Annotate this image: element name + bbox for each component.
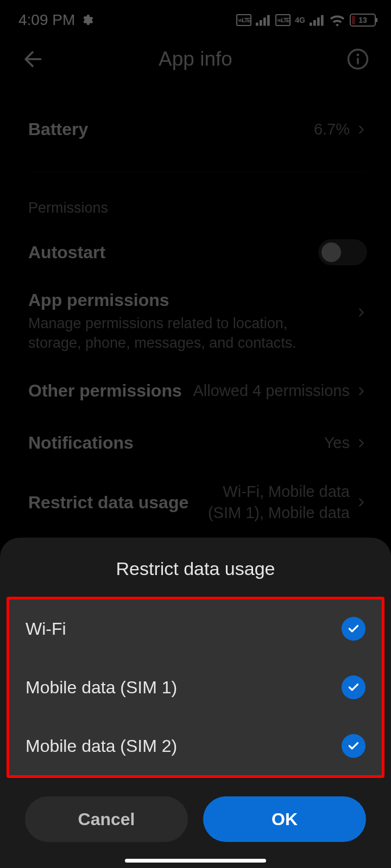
- other-permissions-row[interactable]: Other permissions Allowed 4 permissions: [0, 365, 391, 417]
- option-sim2[interactable]: Mobile data (SIM 2): [9, 717, 382, 775]
- autostart-label: Autostart: [28, 242, 105, 263]
- modal-actions: Cancel OK: [0, 778, 391, 842]
- network-type: 4G: [295, 16, 305, 24]
- signal-bars-icon-1: [256, 14, 271, 26]
- cancel-button[interactable]: Cancel: [25, 796, 188, 842]
- check-icon: [346, 739, 361, 753]
- checkbox-checked[interactable]: [342, 734, 365, 758]
- app-permissions-subtitle: Manage permissions related to location, …: [28, 314, 344, 353]
- back-arrow-icon[interactable]: [21, 47, 45, 71]
- battery-percent: 13: [358, 16, 367, 24]
- battery-value-wrap: 6.7%: [314, 120, 367, 138]
- svg-rect-5: [313, 20, 316, 26]
- option-sim1-label: Mobile data (SIM 1): [26, 678, 177, 698]
- gear-icon: [80, 14, 93, 27]
- checkbox-checked[interactable]: [342, 675, 365, 699]
- status-time: 4:09 PM: [18, 11, 75, 29]
- permissions-section-header: Permissions: [0, 183, 391, 226]
- app-permissions-label: App permissions: [28, 290, 344, 310]
- option-wifi-label: Wi-Fi: [26, 619, 66, 639]
- notifications-row[interactable]: Notifications Yes: [0, 417, 391, 469]
- svg-rect-7: [321, 15, 324, 26]
- autostart-row[interactable]: Autostart: [0, 226, 391, 278]
- autostart-toggle[interactable]: [318, 239, 367, 265]
- restrict-data-value-wrap: Wi-Fi, Mobile data (SIM 1), Mobile data …: [199, 481, 367, 524]
- svg-rect-1: [260, 20, 262, 26]
- battery-value: 6.7%: [314, 120, 350, 138]
- svg-rect-0: [256, 23, 258, 26]
- status-right: VoLTE VoLTE 4G 13: [236, 14, 376, 27]
- page-title: App info: [159, 48, 232, 71]
- svg-rect-3: [267, 15, 270, 26]
- signal-bars-icon-2: [310, 14, 325, 26]
- chevron-right-icon: [355, 307, 367, 318]
- notifications-value: Yes: [324, 434, 350, 452]
- divider: [28, 172, 367, 173]
- other-permissions-label: Other permissions: [28, 381, 182, 401]
- app-header: App info: [0, 38, 391, 98]
- svg-rect-4: [310, 23, 312, 26]
- notifications-value-wrap: Yes: [324, 434, 367, 452]
- restrict-data-row[interactable]: Restrict data usage Wi-Fi, Mobile data (…: [0, 469, 391, 535]
- svg-point-9: [357, 54, 360, 56]
- battery-label: Battery: [28, 119, 88, 139]
- toggle-knob: [321, 242, 341, 262]
- chevron-right-icon: [355, 124, 367, 136]
- battery-fill: [352, 16, 355, 24]
- svg-rect-6: [317, 17, 320, 25]
- app-permissions-row[interactable]: App permissions Manage permissions relat…: [0, 278, 391, 365]
- wifi-icon: [329, 14, 345, 27]
- info-icon[interactable]: [346, 48, 369, 71]
- volte-badge-2: VoLTE: [275, 14, 291, 26]
- checkbox-checked[interactable]: [342, 617, 365, 641]
- svg-rect-2: [263, 17, 266, 25]
- status-left: 4:09 PM: [18, 11, 93, 29]
- ok-button[interactable]: OK: [203, 796, 366, 842]
- notifications-label: Notifications: [28, 433, 134, 453]
- check-icon: [346, 680, 361, 694]
- battery-indicator: 13: [350, 14, 376, 27]
- option-wifi[interactable]: Wi-Fi: [9, 599, 382, 658]
- chevron-right-icon: [355, 437, 367, 449]
- restrict-data-modal: Restrict data usage Wi-Fi Mobile data (S…: [0, 538, 391, 868]
- check-icon: [346, 622, 361, 636]
- status-bar: 4:09 PM VoLTE VoLTE 4G 13: [0, 0, 391, 38]
- chevron-right-icon: [355, 496, 367, 508]
- other-permissions-value: Allowed 4 permissions: [193, 382, 350, 400]
- modal-options-highlighted: Wi-Fi Mobile data (SIM 1) Mobile data (S…: [7, 597, 384, 778]
- modal-title: Restrict data usage: [0, 538, 391, 597]
- battery-row[interactable]: Battery 6.7%: [0, 98, 391, 161]
- restrict-data-label: Restrict data usage: [28, 493, 188, 513]
- option-sim1[interactable]: Mobile data (SIM 1): [9, 658, 382, 717]
- svg-rect-10: [357, 58, 359, 64]
- volte-badge-1: VoLTE: [236, 14, 251, 26]
- chevron-right-icon: [355, 385, 367, 397]
- restrict-data-value: Wi-Fi, Mobile data (SIM 1), Mobile data …: [199, 481, 350, 524]
- home-indicator[interactable]: [125, 859, 266, 863]
- option-sim2-label: Mobile data (SIM 2): [26, 736, 177, 756]
- other-permissions-value-wrap: Allowed 4 permissions: [193, 382, 367, 400]
